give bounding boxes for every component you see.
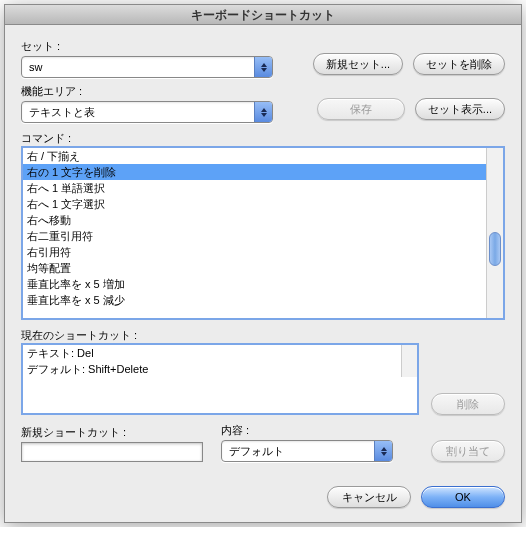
command-item[interactable]: 右へ移動 xyxy=(23,212,486,228)
dialog-footer: キャンセル OK xyxy=(5,476,521,522)
assign-button: 割り当て xyxy=(431,440,505,462)
command-item[interactable]: 右引用符 xyxy=(23,244,486,260)
command-item[interactable]: 垂直比率を x 5 減少 xyxy=(23,292,486,308)
current-shortcut-label: 現在のショートカット : xyxy=(21,329,137,341)
set-label: セット : xyxy=(21,39,303,54)
cancel-button[interactable]: キャンセル xyxy=(327,486,411,508)
context-select-value: デフォルト xyxy=(229,444,284,459)
area-label: 機能エリア : xyxy=(21,84,307,99)
save-button: 保存 xyxy=(317,98,405,120)
commands-scrollbar[interactable] xyxy=(486,148,503,318)
new-shortcut-label: 新規ショートカット : xyxy=(21,425,203,440)
commands-label: コマンド : xyxy=(21,132,71,144)
current-shortcut-item[interactable]: デフォルト: Shift+Delete xyxy=(23,361,401,377)
select-arrows-icon xyxy=(254,102,272,122)
context-label: 内容 : xyxy=(221,423,393,438)
current-scrollbar[interactable] xyxy=(401,345,417,377)
command-item[interactable]: 右の 1 文字を削除 xyxy=(23,164,486,180)
commands-listbox[interactable]: 右 / 下揃え右の 1 文字を削除右へ 1 単語選択右へ 1 文字選択右へ移動右… xyxy=(21,146,505,320)
dialog-content: セット : sw 新規セット... セットを削除 機能エリア : テキストと表 xyxy=(5,25,521,472)
new-set-button[interactable]: 新規セット... xyxy=(313,53,403,75)
new-shortcut-input[interactable] xyxy=(21,442,203,462)
context-select[interactable]: デフォルト xyxy=(221,440,393,462)
ok-button[interactable]: OK xyxy=(421,486,505,508)
command-item[interactable]: 垂直比率を x 5 増加 xyxy=(23,276,486,292)
delete-set-button[interactable]: セットを削除 xyxy=(413,53,505,75)
show-set-button[interactable]: セット表示... xyxy=(415,98,505,120)
area-select[interactable]: テキストと表 xyxy=(21,101,273,123)
set-select[interactable]: sw xyxy=(21,56,273,78)
scrollbar-thumb[interactable] xyxy=(489,232,501,266)
command-item[interactable]: 右へ 1 文字選択 xyxy=(23,196,486,212)
select-arrows-icon xyxy=(374,441,392,461)
area-select-value: テキストと表 xyxy=(29,105,95,120)
command-item[interactable]: 右へ 1 単語選択 xyxy=(23,180,486,196)
delete-shortcut-button: 削除 xyxy=(431,393,505,415)
dialog-window: キーボードショートカット セット : sw 新規セット... セットを削除 機能… xyxy=(4,4,522,523)
command-item[interactable]: 右二重引用符 xyxy=(23,228,486,244)
command-item[interactable]: 均等配置 xyxy=(23,260,486,276)
current-shortcut-item[interactable]: テキスト: Del xyxy=(23,345,401,361)
dialog-title: キーボードショートカット xyxy=(5,5,521,25)
command-item[interactable]: 右 / 下揃え xyxy=(23,148,486,164)
select-arrows-icon xyxy=(254,57,272,77)
current-shortcut-listbox[interactable]: テキスト: Delデフォルト: Shift+Delete xyxy=(21,343,419,415)
set-select-value: sw xyxy=(29,61,42,73)
